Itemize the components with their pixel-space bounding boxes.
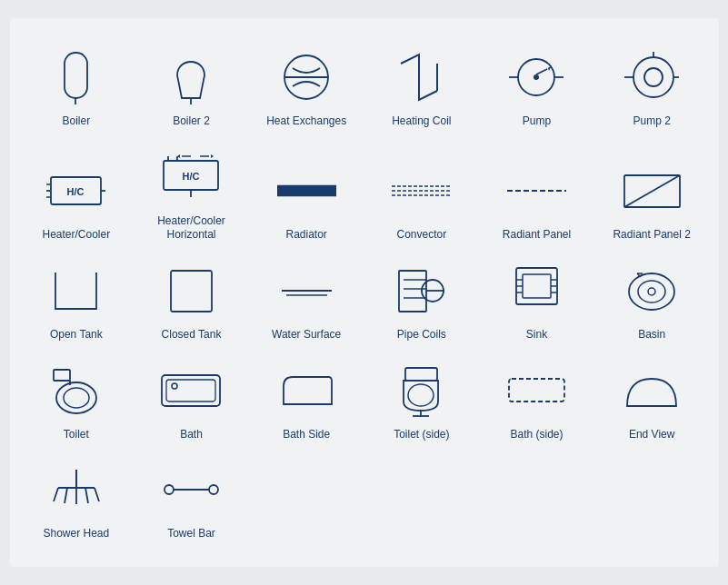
bath-label: Bath xyxy=(180,428,203,442)
basin-label: Basin xyxy=(638,328,665,342)
item-heater-cooler-h[interactable]: H/C Heater/Cooler Horizontal xyxy=(134,136,249,250)
svg-line-75 xyxy=(65,488,67,503)
boiler2-icon xyxy=(155,45,227,109)
heater-cooler-h-label: Heater/Cooler Horizontal xyxy=(138,214,244,243)
svg-text:H/C: H/C xyxy=(67,186,85,197)
svg-rect-39 xyxy=(171,271,212,312)
basin-icon xyxy=(615,259,688,322)
boiler2-label: Boiler 2 xyxy=(173,114,210,129)
radiator-icon xyxy=(270,159,343,223)
svg-rect-32 xyxy=(277,186,336,195)
svg-rect-48 xyxy=(523,274,551,298)
heater-cooler-h-icon: H/C xyxy=(155,145,227,209)
radiant-panel-icon xyxy=(500,159,573,223)
heater-cooler-icon: H/C xyxy=(40,159,113,223)
shower-head-label: Shower Head xyxy=(43,527,109,541)
svg-point-61 xyxy=(56,382,96,413)
svg-line-38 xyxy=(624,175,680,207)
item-closed-tank[interactable]: Closed Tank xyxy=(134,250,249,350)
heat-exchanges-icon xyxy=(270,45,343,109)
svg-point-79 xyxy=(165,485,174,494)
radiant-panel-label: Radiant Panel xyxy=(503,228,571,243)
bath-side2-icon xyxy=(500,359,573,422)
pipe-coils-icon xyxy=(385,259,458,322)
svg-point-68 xyxy=(408,384,434,406)
heating-coil-icon xyxy=(385,45,458,109)
toilet-label: Toilet xyxy=(64,428,89,442)
item-basin[interactable]: Basin xyxy=(594,250,710,350)
svg-point-57 xyxy=(648,288,655,295)
item-boiler2[interactable]: Boiler 2 xyxy=(134,36,249,136)
pump2-icon xyxy=(615,45,688,109)
sink-label: Sink xyxy=(526,328,547,342)
end-view-icon xyxy=(615,359,688,422)
svg-line-77 xyxy=(85,488,88,503)
item-heat-exchanges[interactable]: Heat Exchanges xyxy=(249,36,364,136)
item-pipe-coils[interactable]: Pipe Coils xyxy=(364,250,479,350)
item-pump2[interactable]: Pump 2 xyxy=(594,36,710,136)
boiler-label: Boiler xyxy=(62,114,90,129)
svg-rect-0 xyxy=(65,53,87,98)
convector-icon xyxy=(385,159,458,223)
svg-line-10 xyxy=(536,69,547,74)
item-heater-cooler[interactable]: H/C Heater/Cooler xyxy=(19,136,135,250)
convector-label: Convector xyxy=(396,228,446,243)
item-bath[interactable]: Bath xyxy=(134,350,249,450)
svg-line-78 xyxy=(95,488,99,501)
item-radiant-panel[interactable]: Radiant Panel xyxy=(479,136,594,250)
svg-point-62 xyxy=(64,388,89,408)
bath-side-label: Bath Side xyxy=(283,428,330,442)
shower-head-icon xyxy=(40,458,113,521)
svg-point-9 xyxy=(534,74,539,80)
towel-bar-icon xyxy=(155,458,227,521)
item-end-view[interactable]: End View xyxy=(594,350,710,450)
toilet-side-icon xyxy=(385,359,458,422)
item-pump[interactable]: Pump xyxy=(479,36,594,136)
symbol-grid: Boiler Boiler 2 Heat Excha xyxy=(19,36,710,549)
svg-point-55 xyxy=(629,273,674,310)
svg-rect-60 xyxy=(54,370,70,381)
radiant-panel2-label: Radiant Panel 2 xyxy=(613,228,690,243)
pump2-label: Pump 2 xyxy=(633,114,670,129)
item-sink[interactable]: Sink xyxy=(479,250,594,350)
item-open-tank[interactable]: Open Tank xyxy=(19,250,135,350)
item-boiler[interactable]: Boiler xyxy=(19,36,135,136)
svg-point-81 xyxy=(209,485,218,494)
item-convector[interactable]: Convector xyxy=(364,136,479,250)
svg-point-12 xyxy=(633,57,673,97)
svg-rect-71 xyxy=(509,379,564,402)
svg-point-66 xyxy=(172,383,177,389)
item-radiant-panel2[interactable]: Radiant Panel 2 xyxy=(594,136,710,250)
water-surface-icon xyxy=(270,259,343,322)
item-heating-coil[interactable]: Heating Coil xyxy=(364,36,479,136)
item-water-surface[interactable]: Water Surface xyxy=(249,250,364,350)
item-bath-side2[interactable]: Bath (side) xyxy=(479,350,594,450)
towel-bar-label: Towel Bar xyxy=(167,527,215,541)
svg-rect-67 xyxy=(405,368,437,381)
bath-side-icon xyxy=(270,359,343,422)
water-surface-label: Water Surface xyxy=(272,328,341,342)
open-tank-icon xyxy=(40,259,113,322)
item-bath-side[interactable]: Bath Side xyxy=(249,350,364,450)
item-radiator[interactable]: Radiator xyxy=(249,136,364,250)
heating-coil-label: Heating Coil xyxy=(392,114,451,129)
heat-exchanges-label: Heat Exchanges xyxy=(266,114,346,129)
item-toilet[interactable]: Toilet xyxy=(19,350,135,450)
boiler-icon xyxy=(40,45,113,109)
toilet-side-label: Toilet (side) xyxy=(394,428,449,442)
end-view-label: End View xyxy=(629,428,674,442)
item-toilet-side[interactable]: Toilet (side) xyxy=(364,350,479,450)
svg-line-74 xyxy=(54,488,58,501)
open-tank-label: Open Tank xyxy=(50,328,103,342)
bath-icon xyxy=(155,359,227,422)
closed-tank-icon xyxy=(155,259,227,322)
pipe-coils-label: Pipe Coils xyxy=(397,328,446,342)
heater-cooler-label: Heater/Cooler xyxy=(42,228,110,243)
item-towel-bar[interactable]: Towel Bar xyxy=(134,449,249,549)
radiant-panel2-icon xyxy=(615,159,688,223)
item-shower-head[interactable]: Shower Head xyxy=(19,449,135,549)
toilet-icon xyxy=(40,359,113,422)
radiator-label: Radiator xyxy=(285,228,326,243)
closed-tank-label: Closed Tank xyxy=(162,328,222,342)
pump-icon xyxy=(500,45,573,109)
